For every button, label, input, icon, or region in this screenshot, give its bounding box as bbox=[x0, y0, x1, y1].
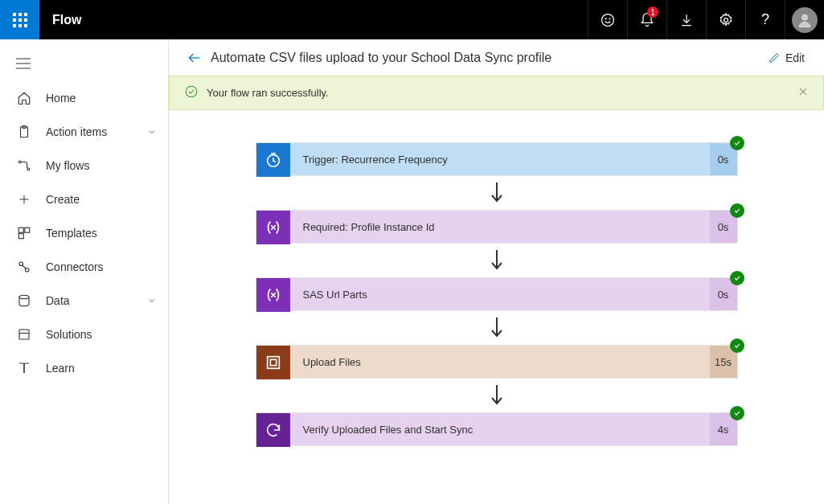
edit-button[interactable]: Edit bbox=[768, 51, 805, 64]
svg-rect-3 bbox=[13, 18, 16, 22]
chevron-down-icon bbox=[147, 296, 157, 305]
success-check-icon bbox=[730, 203, 744, 218]
svg-rect-25 bbox=[18, 234, 23, 239]
svg-rect-41 bbox=[270, 359, 276, 365]
variable-icon bbox=[256, 278, 290, 312]
svg-point-20 bbox=[27, 168, 30, 170]
sidebar-item-label: Templates bbox=[46, 227, 157, 240]
flow-canvas: Trigger: Recurrence Frequency 0s Require… bbox=[169, 110, 824, 504]
download-icon bbox=[678, 12, 695, 28]
sidebar-item-home[interactable]: Home bbox=[0, 81, 168, 115]
svg-rect-1 bbox=[18, 13, 22, 16]
connector-arrow-icon bbox=[489, 244, 505, 277]
flow-step-sas-url[interactable]: SAS Url Parts 0s bbox=[256, 277, 738, 311]
back-button[interactable] bbox=[178, 50, 211, 66]
svg-point-12 bbox=[724, 18, 728, 22]
svg-line-28 bbox=[23, 265, 27, 269]
page-header: Automate CSV files upload to your School… bbox=[169, 39, 824, 76]
pencil-icon bbox=[768, 51, 781, 64]
help-button[interactable]: ? bbox=[745, 0, 785, 39]
banner-close-button[interactable] bbox=[797, 86, 809, 100]
svg-rect-30 bbox=[19, 330, 29, 339]
home-icon bbox=[16, 91, 32, 105]
svg-point-11 bbox=[609, 18, 610, 18]
connectors-icon bbox=[16, 260, 32, 274]
svg-rect-2 bbox=[24, 13, 27, 16]
step-label: Trigger: Recurrence Frequency bbox=[290, 143, 710, 175]
hamburger-icon bbox=[16, 58, 31, 69]
connector-arrow-icon bbox=[489, 176, 505, 210]
gear-icon bbox=[718, 12, 734, 28]
notification-badge: 1 bbox=[647, 6, 658, 18]
sidebar-item-label: My flows bbox=[46, 159, 157, 172]
main-content: Automate CSV files upload to your School… bbox=[169, 39, 824, 504]
svg-rect-4 bbox=[18, 18, 22, 22]
notifications-button[interactable]: 1 bbox=[627, 0, 666, 39]
learn-icon bbox=[16, 361, 32, 375]
svg-rect-40 bbox=[267, 357, 279, 369]
svg-rect-0 bbox=[13, 13, 16, 16]
download-button[interactable] bbox=[666, 0, 706, 39]
flow-step-profile-instance[interactable]: Required: Profile Instance Id 0s bbox=[256, 210, 738, 244]
clipboard-icon bbox=[16, 125, 32, 139]
step-label: Upload Files bbox=[290, 346, 710, 378]
success-check-icon bbox=[730, 136, 744, 150]
svg-point-13 bbox=[802, 14, 808, 20]
step-label: SAS Url Parts bbox=[290, 278, 710, 310]
step-label: Verify Uploaded Files and Start Sync bbox=[290, 413, 710, 445]
sidebar-item-label: Connectors bbox=[46, 260, 157, 273]
svg-rect-8 bbox=[24, 24, 27, 27]
smile-icon bbox=[600, 12, 616, 28]
flow-step-trigger[interactable]: Trigger: Recurrence Frequency 0s bbox=[256, 142, 738, 176]
avatar-icon bbox=[792, 7, 818, 33]
svg-rect-5 bbox=[24, 18, 27, 22]
flow-step-verify-sync[interactable]: Verify Uploaded Files and Start Sync 4s bbox=[256, 412, 738, 446]
page-title: Automate CSV files upload to your School… bbox=[211, 51, 768, 65]
svg-point-29 bbox=[19, 295, 29, 299]
chevron-down-icon bbox=[147, 127, 157, 137]
sidebar-item-label: Home bbox=[46, 92, 157, 104]
sidebar-item-label: Data bbox=[46, 294, 147, 307]
flow-step-upload-files[interactable]: Upload Files 15s bbox=[256, 345, 738, 379]
sidebar-item-action-items[interactable]: Action items bbox=[0, 115, 168, 149]
sidebar-item-templates[interactable]: Templates bbox=[0, 216, 168, 250]
sidebar-item-my-flows[interactable]: My flows bbox=[0, 149, 168, 182]
sync-icon bbox=[256, 413, 290, 447]
connector-arrow-icon bbox=[489, 379, 505, 412]
svg-point-33 bbox=[186, 86, 197, 97]
sidebar-item-data[interactable]: Data bbox=[0, 284, 168, 318]
success-check-icon bbox=[730, 271, 744, 285]
step-label: Required: Profile Instance Id bbox=[290, 211, 710, 243]
account-button[interactable] bbox=[785, 0, 824, 39]
check-circle-icon bbox=[184, 84, 199, 101]
clock-icon bbox=[256, 143, 290, 177]
success-check-icon bbox=[730, 338, 744, 353]
sidebar-item-learn[interactable]: Learn bbox=[0, 351, 168, 385]
templates-icon bbox=[16, 226, 32, 240]
waffle-icon bbox=[13, 13, 27, 27]
sidebar-item-label: Solutions bbox=[46, 328, 157, 341]
edit-label: Edit bbox=[785, 51, 805, 64]
svg-point-9 bbox=[602, 14, 614, 26]
svg-rect-7 bbox=[18, 24, 22, 27]
sidebar: Home Action items My flows Create Templa… bbox=[0, 39, 169, 504]
arrow-left-icon bbox=[187, 50, 203, 66]
help-icon: ? bbox=[761, 11, 769, 28]
svg-rect-6 bbox=[13, 24, 16, 27]
sidebar-item-solutions[interactable]: Solutions bbox=[0, 318, 168, 351]
svg-point-10 bbox=[605, 18, 606, 18]
feedback-button[interactable] bbox=[588, 0, 627, 39]
sidebar-item-create[interactable]: Create bbox=[0, 182, 168, 216]
sidebar-item-connectors[interactable]: Connectors bbox=[0, 250, 168, 284]
svg-rect-23 bbox=[18, 227, 23, 232]
solutions-icon bbox=[16, 327, 32, 342]
svg-rect-24 bbox=[25, 227, 30, 232]
plus-icon bbox=[16, 193, 32, 206]
nav-toggle-button[interactable] bbox=[0, 46, 168, 81]
settings-button[interactable] bbox=[706, 0, 745, 39]
container-icon bbox=[256, 346, 290, 379]
brand-label: Flow bbox=[39, 13, 588, 27]
sidebar-item-label: Create bbox=[46, 193, 157, 206]
app-launcher-button[interactable] bbox=[0, 0, 39, 39]
connector-arrow-icon bbox=[489, 311, 505, 345]
